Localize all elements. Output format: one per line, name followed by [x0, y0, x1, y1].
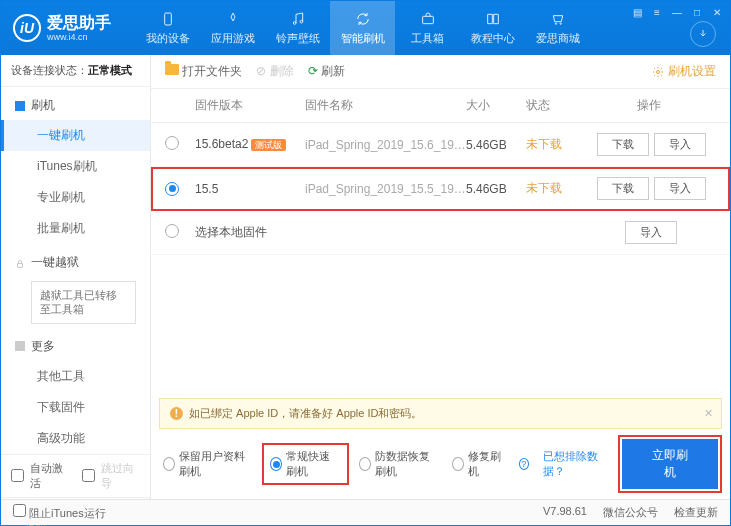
sidebar-item-advanced[interactable]: 高级功能: [1, 423, 150, 454]
refresh-button[interactable]: ⟳ 刷新: [308, 63, 345, 80]
import-button[interactable]: 导入: [625, 221, 677, 244]
download-manager-button[interactable]: [690, 21, 716, 47]
skip-guide-checkbox[interactable]: [82, 469, 95, 482]
svg-point-4: [555, 23, 556, 24]
download-button[interactable]: 下载: [597, 133, 649, 156]
row-radio[interactable]: [165, 224, 179, 238]
delete-button: ⊘ 删除: [256, 63, 293, 80]
help-icon[interactable]: ?: [519, 458, 529, 470]
sidebar-item-batch-flash[interactable]: 批量刷机: [1, 213, 150, 244]
block-itunes-checkbox[interactable]: [13, 504, 26, 517]
sidebar-jailbreak-note: 越狱工具已转移至工具箱: [31, 281, 136, 324]
firmware-name: iPad_Spring_2019_15.6_19G5037d_Restore.i…: [305, 138, 466, 152]
opt-keep-data[interactable]: 保留用户资料刷机: [163, 449, 252, 479]
window-controls: ▤ ≡ — □ ✕: [630, 5, 724, 19]
svg-point-1: [293, 22, 296, 25]
refresh-icon: [354, 10, 372, 28]
check-update-link[interactable]: 检查更新: [674, 505, 718, 520]
sidebar-item-oneclick-flash[interactable]: 一键刷机: [1, 120, 150, 151]
exclude-data-link[interactable]: 已想排除数据？: [543, 449, 608, 479]
cart-icon: [549, 10, 567, 28]
sidebar-footer: 自动激活 跳过向导: [1, 454, 150, 497]
music-icon: [289, 10, 307, 28]
close-icon[interactable]: ✕: [704, 407, 713, 420]
nav-store[interactable]: 爱思商城: [525, 1, 590, 55]
sidebar-item-itunes-flash[interactable]: iTunes刷机: [1, 151, 150, 182]
row-radio[interactable]: [165, 182, 179, 196]
apple-id-notice: ! 如已绑定 Apple ID，请准备好 Apple ID和密码。 ✕: [159, 398, 722, 429]
opt-repair[interactable]: 修复刷机: [452, 449, 504, 479]
connection-status: 设备连接状态：正常模式: [1, 55, 150, 87]
version-label: V7.98.61: [543, 505, 587, 520]
block-itunes-option[interactable]: 阻止iTunes运行: [13, 504, 106, 521]
table-row[interactable]: 15.6beta2测试版 iPad_Spring_2019_15.6_19G50…: [151, 123, 730, 167]
nav-toolbox[interactable]: 工具箱: [395, 1, 460, 55]
logo: iU 爱思助手 www.i4.cn: [1, 13, 123, 43]
col-version: 固件版本: [195, 97, 305, 114]
sidebar-item-download-firmware[interactable]: 下载固件: [1, 392, 150, 423]
open-folder-button[interactable]: 打开文件夹: [165, 63, 242, 80]
table-header: 固件版本 固件名称 大小 状态 操作: [151, 89, 730, 123]
svg-point-7: [657, 70, 660, 73]
col-status: 状态: [526, 97, 581, 114]
nav-tutorials[interactable]: 教程中心: [460, 1, 525, 55]
win-skin-icon[interactable]: ≡: [650, 5, 664, 19]
row-radio[interactable]: [165, 136, 179, 150]
svg-point-2: [300, 20, 303, 23]
refresh-icon: ⟳: [308, 64, 318, 78]
sidebar: 设备连接状态：正常模式 刷机 一键刷机 iTunes刷机 专业刷机 批量刷机 一…: [1, 55, 151, 499]
col-size: 大小: [466, 97, 526, 114]
title-bar: iU 爱思助手 www.i4.cn 我的设备 应用游戏 铃声壁纸 智能刷机 工具…: [1, 1, 730, 55]
toolbar: 打开文件夹 ⊘ 删除 ⟳ 刷新 刷机设置: [151, 55, 730, 89]
square-icon: [15, 341, 25, 351]
nav-my-device[interactable]: 我的设备: [135, 1, 200, 55]
firmware-size: 5.46GB: [466, 182, 526, 196]
win-menu-icon[interactable]: ▤: [630, 5, 644, 19]
radio-icon: [359, 457, 371, 471]
firmware-status: 未下载: [526, 180, 581, 197]
opt-anti-recovery[interactable]: 防数据恢复刷机: [359, 449, 439, 479]
auto-activate-checkbox[interactable]: [11, 469, 24, 482]
apps-icon: [224, 10, 242, 28]
win-close-icon[interactable]: ✕: [710, 5, 724, 19]
col-ops: 操作: [581, 97, 716, 114]
svg-rect-6: [18, 263, 23, 267]
firmware-size: 5.46GB: [466, 138, 526, 152]
sidebar-group-jailbreak: 一键越狱: [1, 248, 150, 277]
square-icon: [15, 101, 25, 111]
logo-icon: iU: [13, 14, 41, 42]
flash-settings-button[interactable]: 刷机设置: [652, 63, 716, 80]
nav-ringtones[interactable]: 铃声壁纸: [265, 1, 330, 55]
radio-icon: [163, 457, 175, 471]
wechat-link[interactable]: 微信公众号: [603, 505, 658, 520]
lock-icon: [15, 258, 25, 268]
main-nav: 我的设备 应用游戏 铃声壁纸 智能刷机 工具箱 教程中心 爱思商城: [135, 1, 590, 55]
opt-normal-flash[interactable]: 常规快速刷机: [266, 447, 345, 481]
sidebar-item-pro-flash[interactable]: 专业刷机: [1, 182, 150, 213]
local-firmware-label: 选择本地固件: [195, 224, 331, 241]
nav-apps[interactable]: 应用游戏: [200, 1, 265, 55]
download-button[interactable]: 下载: [597, 177, 649, 200]
table-row-local[interactable]: 选择本地固件 导入: [151, 211, 730, 255]
table-row[interactable]: 15.5 iPad_Spring_2019_15.5_19F77_Restore…: [151, 167, 730, 211]
svg-rect-3: [422, 16, 433, 23]
sidebar-item-other-tools[interactable]: 其他工具: [1, 361, 150, 392]
import-button[interactable]: 导入: [654, 133, 706, 156]
flash-options: 保留用户资料刷机 常规快速刷机 防数据恢复刷机 修复刷机 ? 已想排除数据？ 立…: [151, 429, 730, 499]
status-bar: 阻止iTunes运行 V7.98.61 微信公众号 检查更新: [1, 499, 730, 525]
start-flash-button[interactable]: 立即刷机: [622, 439, 718, 489]
main-content: 打开文件夹 ⊘ 删除 ⟳ 刷新 刷机设置 固件版本 固件名称 大小 状态 操作: [151, 55, 730, 499]
import-button[interactable]: 导入: [654, 177, 706, 200]
firmware-status: 未下载: [526, 136, 581, 153]
win-maximize-icon[interactable]: □: [690, 5, 704, 19]
brand-name: 爱思助手: [47, 13, 111, 32]
svg-rect-0: [164, 13, 171, 25]
sidebar-group-flash: 刷机: [1, 91, 150, 120]
nav-flash[interactable]: 智能刷机: [330, 1, 395, 55]
beta-tag: 测试版: [251, 139, 286, 151]
win-minimize-icon[interactable]: —: [670, 5, 684, 19]
radio-icon: [452, 457, 464, 471]
svg-point-5: [560, 23, 561, 24]
firmware-name: iPad_Spring_2019_15.5_19F77_Restore.ipsw: [305, 182, 466, 196]
col-name: 固件名称: [305, 97, 466, 114]
